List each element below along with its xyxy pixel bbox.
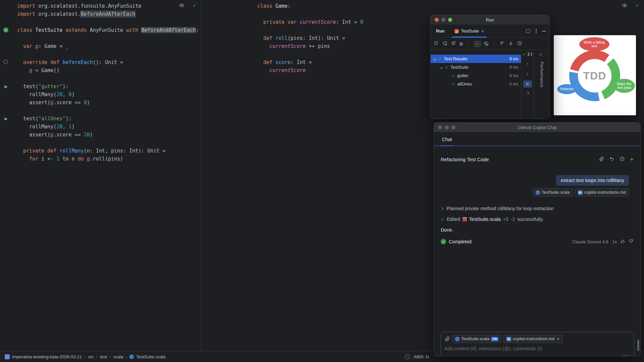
- context-chip[interactable]: copilot-instructions.md: [575, 188, 629, 196]
- breadcrumb: imperative-bowling-kata-2026-03-21›src›t…: [5, 354, 166, 359]
- test-tree-row[interactable]: ✓Test Results9 ms: [431, 55, 521, 63]
- soft-wrap-toggle-icon[interactable]: [523, 80, 532, 87]
- hide-window-icon[interactable]: [542, 31, 546, 32]
- breadcrumb-item[interactable]: imperative-bowling-kata-2026-03-21: [12, 354, 82, 359]
- run-side-strip: ✓ 2 t ↑ ↓: [521, 50, 534, 119]
- new-chat-icon[interactable]: +: [630, 157, 634, 162]
- code-testsuite[interactable]: import org.scalatest.funsuite.AnyFunSuit…: [17, 2, 199, 163]
- test-duration: 9 ms: [509, 65, 521, 70]
- no-problems-check-icon[interactable]: ✓: [635, 3, 639, 8]
- close-tab-icon[interactable]: ×: [481, 28, 484, 34]
- planned-step-row[interactable]: Planned private method rollMany for loop…: [441, 206, 634, 211]
- expand-strip-icon[interactable]: [526, 92, 529, 95]
- run-tab-bar: Run TestSuite ×: [431, 24, 549, 38]
- rerun-failed-tests-icon[interactable]: [442, 41, 447, 47]
- chat-input[interactable]: Add context (#), extensions (@), command…: [444, 346, 631, 351]
- play-gutter-icon[interactable]: ▶: [3, 116, 9, 121]
- run-tool-window: Run Run TestSuite ×: [430, 15, 549, 119]
- project-icon: [5, 354, 10, 359]
- test-tree-row[interactable]: ✓TestSuite9 ms: [431, 63, 521, 71]
- tools-wrench-icon[interactable]: [507, 356, 513, 356]
- performance-tab-label[interactable]: Performance: [539, 62, 544, 87]
- import-test-results-icon[interactable]: [508, 41, 514, 47]
- move-to-editor-icon[interactable]: [526, 29, 530, 33]
- disclosure-chevron-icon[interactable]: [440, 207, 444, 210]
- play-gutter-icon[interactable]: ▶: [3, 84, 9, 89]
- model-dropdown[interactable]: Claude Sonnet 4.6: [462, 356, 502, 357]
- tdd-diagram-window: TDD Write a failing test Make the test p…: [554, 35, 636, 115]
- breadcrumb-item[interactable]: test: [100, 354, 107, 359]
- no-problems-check-icon[interactable]: ✓: [193, 3, 197, 8]
- sort-tests-icon[interactable]: [499, 41, 505, 47]
- mode-dropdown[interactable]: Agent: [444, 356, 460, 357]
- previous-failed-test-icon[interactable]: ↑: [526, 61, 529, 66]
- override-gutter-icon[interactable]: ↑: [3, 60, 8, 64]
- chat-body: Refactoring Test Code + extract test loo…: [434, 156, 640, 356]
- status-circle-icon[interactable]: [405, 354, 410, 360]
- copilot-chat-window: GitHub Copilot Chat Chat Refactoring Tes…: [434, 122, 641, 356]
- context-chip[interactable]: copilot-instructions.md×: [503, 335, 563, 343]
- test-config-icon: [454, 29, 459, 33]
- expand-chevron-icon[interactable]: [440, 66, 443, 69]
- rerun-tests-icon[interactable]: [433, 41, 439, 47]
- attach-icon[interactable]: [599, 156, 604, 163]
- chat-tab-bar: Chat: [434, 132, 640, 146]
- attach-paperclip-icon[interactable]: [444, 336, 450, 342]
- edited-file-link[interactable]: TestSuite.scala: [469, 217, 501, 222]
- undo-icon[interactable]: [609, 156, 614, 163]
- passed-count: ✓ 2 t: [523, 52, 532, 57]
- context-chip[interactable]: TestSuite.scala: [533, 188, 573, 196]
- breadcrumb-item[interactable]: src: [88, 354, 94, 359]
- tdd-center-label: TDD: [569, 50, 620, 101]
- breadcrumb-separator: ›: [126, 354, 127, 359]
- next-failed-test-icon[interactable]: ↓: [526, 71, 529, 76]
- toggle-auto-test-icon[interactable]: [451, 41, 456, 47]
- more-options-icon[interactable]: [536, 29, 537, 33]
- run-window-titlebar[interactable]: Run: [431, 15, 549, 24]
- breadcrumb-separator: ›: [96, 354, 98, 359]
- breadcrumb-item[interactable]: TestSuite.scala: [136, 354, 165, 359]
- send-button[interactable]: [622, 355, 631, 356]
- runclass-gutter-icon[interactable]: ✓: [3, 27, 8, 33]
- history-clock-icon[interactable]: [620, 156, 625, 163]
- reader-mode-eye-icon[interactable]: [179, 3, 184, 8]
- context-chip[interactable]: TestSuite.scalaON: [452, 335, 501, 343]
- chat-window-titlebar[interactable]: GitHub Copilot Chat: [434, 123, 640, 132]
- aws-status[interactable]: AWS: N: [414, 354, 429, 359]
- stop-icon[interactable]: [460, 42, 463, 46]
- collapse-icon[interactable]: [540, 53, 543, 56]
- chat-scrollbar[interactable]: [637, 340, 639, 351]
- tdd-step-write-failing-test: Write a failing test: [579, 37, 609, 51]
- inspection-widget: ✓: [622, 3, 639, 8]
- test-history-clock-icon[interactable]: [517, 41, 522, 47]
- remove-chip-icon[interactable]: ×: [557, 336, 559, 342]
- edited-step-row: ✓ Edited TestSuite.scala +5 -2 successfu…: [441, 217, 634, 222]
- voice-input-icon[interactable]: [611, 356, 616, 356]
- thumbs-up-icon[interactable]: [620, 239, 625, 245]
- editor-pane-testsuite[interactable]: ✓↑▶▶ import org.scalatest.funsuite.AnyFu…: [0, 0, 202, 351]
- show-ignored-filter-icon[interactable]: [484, 42, 488, 46]
- chat-session-header: Refactoring Test Code +: [441, 156, 634, 163]
- tab-testsuite[interactable]: TestSuite ×: [452, 24, 487, 38]
- input-controls-row: Agent Claude Sonnet 4.6: [444, 355, 631, 356]
- chat-input-box[interactable]: TestSuite.scalaONcopilot-instructions.md…: [441, 332, 634, 356]
- test-tree-row[interactable]: ✓gutter9 ms: [431, 71, 521, 80]
- web-dashed-circle-icon[interactable]: [518, 356, 523, 356]
- show-passed-filter-icon[interactable]: ✓: [474, 41, 481, 47]
- thumbs-down-icon[interactable]: [629, 239, 634, 245]
- step-check-icon: ✓: [441, 217, 444, 222]
- code-game[interactable]: class Game: private var currentScore: In…: [257, 2, 363, 74]
- scala-file-icon: [463, 217, 467, 222]
- performance-side-tab[interactable]: Performance: [534, 50, 549, 119]
- test-tree-row[interactable]: ✓allOnes0 ms: [431, 80, 521, 88]
- reader-mode-eye-icon[interactable]: [622, 3, 627, 8]
- chat-window-title: GitHub Copilot Chat: [434, 125, 640, 130]
- breadcrumb-separator: ›: [84, 354, 86, 359]
- completed-row: ✓ Completed Claude Sonnet 4.6 · 1x: [441, 239, 634, 245]
- breadcrumb-item[interactable]: scala: [113, 354, 123, 359]
- user-message-bubble: extract test loops into rollMany: [556, 175, 629, 186]
- expand-chevron-icon[interactable]: [433, 57, 436, 61]
- test-duration: 0 ms: [509, 82, 521, 86]
- tab-chat[interactable]: Chat: [441, 137, 453, 145]
- on-badge: ON: [491, 337, 498, 341]
